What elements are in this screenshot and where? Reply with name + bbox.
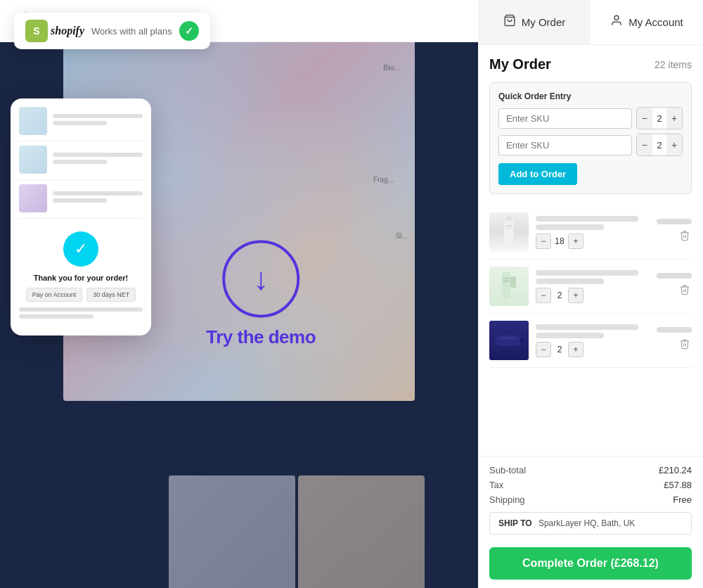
product-qty-row-1: − 18 + [536,234,650,249]
product-lines-1 [536,216,650,230]
product-qty-increase-2[interactable]: + [568,288,583,303]
product-qty-increase-1[interactable]: + [568,234,583,249]
quick-order-label: Quick Order Entry [498,91,683,101]
sku-input-1[interactable] [498,108,632,129]
product-line-2b [536,279,604,284]
phone-bottom-lines [19,307,143,319]
product-row-2: − 2 + [489,260,692,314]
svg-rect-11 [505,225,512,226]
svg-rect-13 [502,272,510,299]
shipping-label: Shipping [489,494,525,505]
try-demo-overlay[interactable]: ↓ Try the demo [206,241,316,348]
subtotal-label: Sub-total [489,465,526,475]
product-right-2 [657,273,692,300]
product-delete-3[interactable] [678,337,692,354]
product-qty-3: 2 [554,345,565,354]
ship-to-label: SHIP TO [498,518,532,528]
svg-rect-18 [499,337,516,340]
phone-product-thumb-1 [19,107,47,135]
product-qty-increase-3[interactable]: + [568,342,583,357]
svg-rect-16 [503,281,510,282]
product-delete-1[interactable] [678,229,692,245]
svg-rect-12 [505,228,512,229]
product-qty-row-2: − 2 + [536,288,650,303]
sku-row-2: − 2 + [498,134,683,156]
nav-my-account[interactable]: My Account [591,0,703,44]
thank-you-circle: ✓ [63,231,98,267]
sku-input-2[interactable] [498,135,632,155]
qty-decrease-1[interactable]: − [637,108,652,129]
bottom-product-2 [298,475,425,588]
qty-control-1: − 2 + [636,107,683,129]
try-demo-text[interactable]: Try the demo [206,326,316,348]
phone-line-2 [53,153,143,157]
product-details-3: − 2 + [536,324,650,357]
phone-product-lines-2 [53,153,143,167]
qty-increase-2[interactable]: + [666,134,682,155]
demo-arrow-icon: ↓ [253,262,269,297]
product-line-2a [536,270,638,276]
product-qty-2: 2 [554,290,565,300]
phone-product-row-3 [19,184,143,212]
product-lines-3 [536,324,650,338]
ship-to-row: SHIP TO SparkLayer HQ, Bath, UK [489,512,692,535]
product-details-2: − 2 + [536,270,650,303]
qty-control-2: − 2 + [636,134,683,156]
product-lines-2 [536,270,650,284]
checkmark-icon: ✓ [179,21,199,41]
product-row-1: − 18 + [489,205,692,260]
svg-rect-15 [503,278,510,279]
product-price-1 [657,219,692,224]
svg-rect-17 [495,335,522,346]
phone-thankyou-section: ✓ Thank you for your order! Pay on Accou… [19,223,143,327]
tax-value: £57.88 [664,480,692,490]
shopify-logo: S shopify [25,20,84,42]
person-icon [610,14,623,30]
product-line-3a [536,324,638,330]
phone-line-short-3 [53,198,107,203]
tax-label: Tax [489,480,503,490]
thank-you-text: Thank you for your order! [19,274,143,282]
phone-product-lines-3 [53,191,143,205]
phone-bottom-line-1 [19,307,143,312]
summary-subtotal-row: Sub-total £210.24 [489,465,692,475]
product-image-3 [489,321,529,360]
svg-rect-10 [504,221,514,246]
product-image-1 [489,212,529,252]
phone-line-short-2 [53,160,107,164]
nav-my-order[interactable]: My Order [478,0,591,44]
phone-product-thumb-2 [19,146,47,174]
qty-decrease-2[interactable]: − [637,134,652,155]
product-qty-decrease-3[interactable]: − [536,342,551,357]
right-panel: My Order My Account My Order 22 items [478,0,703,588]
ship-to-value: SparkLayer HQ, Bath, UK [538,518,635,528]
bottom-products [169,475,425,588]
bag-icon [503,14,516,30]
product-line-1a [536,216,638,222]
right-nav: My Order My Account [478,0,703,45]
add-to-order-button[interactable]: Add to Order [498,163,577,185]
product-delete-2[interactable] [678,283,692,300]
phone-line-3 [53,191,143,196]
product-image-2 [489,267,529,306]
qty-increase-1[interactable]: + [666,108,682,129]
product-qty-decrease-2[interactable]: − [536,288,551,303]
product-line-3b [536,333,604,338]
product-right-3 [657,327,692,354]
shipping-value: Free [673,494,692,505]
summary-tax-row: Tax £57.88 [489,480,692,490]
phone-tag-net: 30 days NET [86,288,136,302]
demo-circle[interactable]: ↓ [222,241,299,318]
phone-mockup: ✓ Thank you for your order! Pay on Accou… [11,98,151,335]
quick-order-section: Quick Order Entry − 2 + − 2 + [489,82,692,194]
complete-order-button[interactable]: Complete Order (£268.12) [489,547,692,580]
product-price-3 [657,327,692,333]
subtotal-value: £210.24 [659,465,692,475]
product-qty-decrease-1[interactable]: − [536,234,551,249]
phone-tag-row: Pay on Account 30 days NET [19,288,143,302]
phone-tag-account: Pay on Account [26,288,83,302]
product-qty-1: 18 [554,236,565,246]
product-row-3: − 2 + [489,314,692,368]
shopify-brand-text: shopify [51,25,84,37]
phone-product-lines-1 [53,114,143,128]
